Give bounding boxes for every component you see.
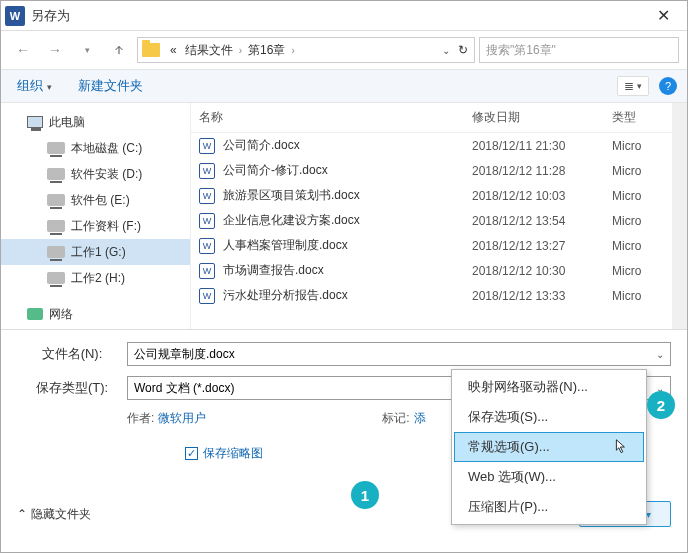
sidebar-item-label: 工作资料 (F:): [71, 218, 141, 235]
sidebar-item-label: 此电脑: [49, 114, 85, 131]
nav-bar: ← → ▾ « 结果文件 › 第16章 › ⌄ ↻ 搜索"第16章": [1, 31, 687, 69]
drive-icon: [27, 308, 43, 320]
file-date: 2018/12/11 21:30: [472, 139, 612, 153]
file-row[interactable]: W人事档案管理制度.docx2018/12/12 13:27Micro: [191, 233, 672, 258]
checkbox-icon: ✓: [185, 447, 198, 460]
up-button[interactable]: [105, 38, 133, 62]
drive-icon: [47, 194, 65, 206]
file-row[interactable]: W市场调查报告.docx2018/12/12 10:30Micro: [191, 258, 672, 283]
help-button[interactable]: ?: [659, 77, 677, 95]
filename-label: 文件名(N):: [17, 345, 127, 363]
word-app-icon: W: [5, 6, 25, 26]
sidebar-item[interactable]: 软件包 (E:): [1, 187, 190, 213]
menu-item[interactable]: Web 选项(W)...: [454, 462, 644, 492]
file-type: Micro: [612, 164, 664, 178]
docx-icon: W: [199, 213, 215, 229]
file-type: Micro: [612, 239, 664, 253]
sidebar-item[interactable]: 软件安装 (D:): [1, 161, 190, 187]
sidebar-item-label: 软件包 (E:): [71, 192, 130, 209]
hide-folders-toggle[interactable]: ⌃ 隐藏文件夹: [17, 506, 91, 523]
annotation-badge-1: 1: [351, 481, 379, 509]
file-date: 2018/12/12 13:27: [472, 239, 612, 253]
sidebar-item-label: 软件安装 (D:): [71, 166, 142, 183]
header-date[interactable]: 修改日期: [472, 109, 612, 126]
file-date: 2018/12/12 11:28: [472, 164, 612, 178]
menu-item[interactable]: 常规选项(G)...: [454, 432, 644, 462]
file-list-area: 名称 修改日期 类型 W公司简介.docx2018/12/11 21:30Mic…: [191, 103, 672, 329]
author-field[interactable]: 作者:微软用户: [127, 410, 206, 427]
breadcrumb-sep: ›: [291, 45, 294, 56]
file-date: 2018/12/12 10:03: [472, 189, 612, 203]
sidebar-item[interactable]: 本地磁盘 (C:): [1, 135, 190, 161]
breadcrumb-sep: ›: [239, 45, 242, 56]
sidebar-item-label: 网络: [49, 306, 73, 323]
file-row[interactable]: W公司简介-修订.docx2018/12/12 11:28Micro: [191, 158, 672, 183]
header-name[interactable]: 名称: [199, 109, 472, 126]
file-row[interactable]: W污水处理分析报告.docx2018/12/12 13:33Micro: [191, 283, 672, 308]
chevron-up-icon: ⌃: [17, 507, 27, 521]
file-type: Micro: [612, 139, 664, 153]
cursor-icon: [615, 439, 629, 458]
path-dropdown[interactable]: ⌄: [442, 45, 450, 56]
file-row[interactable]: W公司简介.docx2018/12/11 21:30Micro: [191, 133, 672, 158]
drive-icon: [47, 272, 65, 284]
main-area: 此电脑本地磁盘 (C:)软件安装 (D:)软件包 (E:)工作资料 (F:)工作…: [1, 103, 687, 329]
toolbar: 组织 新建文件夹 ≣▾ ?: [1, 69, 687, 103]
docx-icon: W: [199, 138, 215, 154]
file-name: 市场调查报告.docx: [223, 262, 472, 279]
refresh-button[interactable]: ↻: [458, 43, 468, 57]
file-type: Micro: [612, 214, 664, 228]
file-type: Micro: [612, 264, 664, 278]
column-headers: 名称 修改日期 类型: [191, 103, 672, 133]
menu-item[interactable]: 压缩图片(P)...: [454, 492, 644, 522]
docx-icon: W: [199, 188, 215, 204]
save-as-dialog: W 另存为 ✕ ← → ▾ « 结果文件 › 第16章 › ⌄ ↻ 搜索"第16…: [0, 0, 688, 553]
file-row[interactable]: W企业信息化建设方案.docx2018/12/12 13:54Micro: [191, 208, 672, 233]
new-folder-button[interactable]: 新建文件夹: [72, 73, 149, 99]
menu-item[interactable]: 保存选项(S)...: [454, 402, 644, 432]
window-title: 另存为: [31, 7, 643, 25]
header-type[interactable]: 类型: [612, 109, 664, 126]
docx-icon: W: [199, 238, 215, 254]
drive-icon: [47, 220, 65, 232]
forward-button[interactable]: →: [41, 38, 69, 62]
sidebar-item-label: 工作1 (G:): [71, 244, 126, 261]
file-type: Micro: [612, 289, 664, 303]
filename-input[interactable]: 公司规章制度.docx⌄: [127, 342, 671, 366]
file-name: 公司简介.docx: [223, 137, 472, 154]
drive-icon: [47, 246, 65, 258]
sidebar-item[interactable]: 工作1 (G:): [1, 239, 190, 265]
close-button[interactable]: ✕: [643, 2, 683, 30]
breadcrumb-path[interactable]: « 结果文件 › 第16章 › ⌄ ↻: [137, 37, 475, 63]
menu-item[interactable]: 映射网络驱动器(N)...: [454, 372, 644, 402]
bottom-panel: 文件名(N): 公司规章制度.docx⌄ 保存类型(T): Word 文档 (*…: [1, 330, 687, 535]
drive-icon: [27, 116, 43, 128]
search-input[interactable]: 搜索"第16章": [479, 37, 679, 63]
recent-dropdown[interactable]: ▾: [73, 38, 101, 62]
filetype-label: 保存类型(T):: [17, 379, 127, 397]
docx-icon: W: [199, 163, 215, 179]
sidebar-item-label: 本地磁盘 (C:): [71, 140, 142, 157]
sidebar-item[interactable]: 网络: [1, 301, 190, 327]
sidebar-item[interactable]: 此电脑: [1, 109, 190, 135]
view-mode-button[interactable]: ≣▾: [617, 76, 649, 96]
file-date: 2018/12/12 13:33: [472, 289, 612, 303]
breadcrumb-item[interactable]: 结果文件: [185, 42, 233, 59]
file-name: 旅游景区项目策划书.docx: [223, 187, 472, 204]
file-date: 2018/12/12 13:54: [472, 214, 612, 228]
breadcrumb-item[interactable]: 第16章: [248, 42, 285, 59]
docx-icon: W: [199, 288, 215, 304]
file-date: 2018/12/12 10:30: [472, 264, 612, 278]
docx-icon: W: [199, 263, 215, 279]
scrollbar[interactable]: [672, 103, 687, 329]
file-name: 企业信息化建设方案.docx: [223, 212, 472, 229]
tag-field[interactable]: 标记:添: [382, 410, 425, 427]
file-name: 污水处理分析报告.docx: [223, 287, 472, 304]
file-row[interactable]: W旅游景区项目策划书.docx2018/12/12 10:03Micro: [191, 183, 672, 208]
sidebar-item[interactable]: 工作2 (H:): [1, 265, 190, 291]
organize-button[interactable]: 组织: [11, 73, 58, 99]
titlebar: W 另存为 ✕: [1, 1, 687, 31]
sidebar-item[interactable]: 工作资料 (F:): [1, 213, 190, 239]
annotation-badge-2: 2: [647, 391, 675, 419]
back-button[interactable]: ←: [9, 38, 37, 62]
